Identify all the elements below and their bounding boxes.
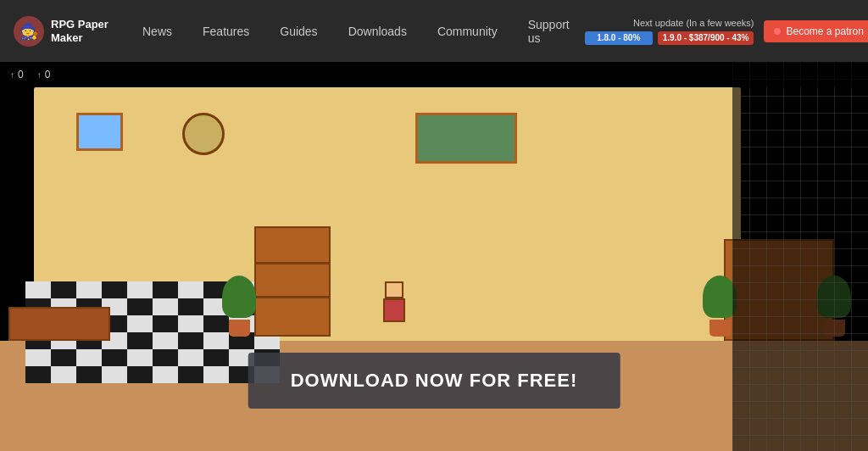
nav-link-guides[interactable]: Guides [264,0,332,62]
nav-link-news[interactable]: News [127,0,187,62]
plant-1-leaves [222,276,256,318]
shelf-1 [256,262,329,264]
nav-link-support[interactable]: Support us [513,0,585,62]
nav-link-community[interactable]: Community [422,0,513,62]
update-section: Next update (In a few weeks) 1.8.0 - 80%… [585,18,754,45]
plant-2-leaves [703,276,737,318]
brand-name: RPG Paper Maker [51,18,114,44]
stat-value-0: 0 [18,69,24,81]
brand-logo: 🧙 [14,16,44,47]
hero-scene: (function(){ const cb = document.querySe… [0,62,868,451]
shelf-2 [256,296,329,298]
char-body [383,298,405,322]
progress-bar-v19: 1.9.0 - $387/900 - 43% [658,31,754,45]
table-left [8,307,110,341]
stat-item-1: ↑ 0 [37,69,51,81]
wall-picture-2 [415,113,517,164]
nav-right: Next update (In a few weeks) 1.8.0 - 80%… [585,18,868,45]
nav-link-features[interactable]: Features [187,0,264,62]
progress-bar-v18: 1.8.0 - 80% [585,31,653,45]
brand-logo-link[interactable]: 🧙 RPG Paper Maker [0,16,127,47]
nav-link-downloads[interactable]: Downloads [333,0,422,62]
game-character [381,281,407,324]
top-stats-bar: ↑ 0 ↑ 0 [0,62,868,87]
patron-button[interactable]: Become a patron [764,20,868,42]
stat-arrow-0: ↑ [10,70,14,80]
char-head [385,281,403,298]
stat-item-0: ↑ 0 [10,69,24,81]
bookcase [254,226,331,337]
nav-links: News Features Guides Downloads Community… [127,0,585,62]
stat-arrow-1: ↑ [37,70,42,80]
brand-logo-icon: 🧙 [19,22,38,41]
plant-2-pot [709,320,731,337]
wall-picture-1 [76,113,123,151]
plant-1-pot [229,320,250,337]
patron-dot-icon [774,28,781,35]
navbar: 🧙 RPG Paper Maker News Features Guides D… [0,0,868,62]
plant-1 [229,276,256,337]
stat-value-1: 0 [45,69,51,81]
update-bars: 1.8.0 - 80% 1.9.0 - $387/900 - 43% [585,31,754,45]
update-label: Next update (In a few weeks) [633,18,754,28]
grid-overlay [732,62,868,451]
patron-button-label: Become a patron [786,25,863,37]
wall-clock [182,113,225,155]
cta-banner[interactable]: DOWNLOAD NOW FOR FREE! [248,353,620,409]
hero-section: ↑ 0 ↑ 0 (function(){ const cb = document… [0,62,868,451]
